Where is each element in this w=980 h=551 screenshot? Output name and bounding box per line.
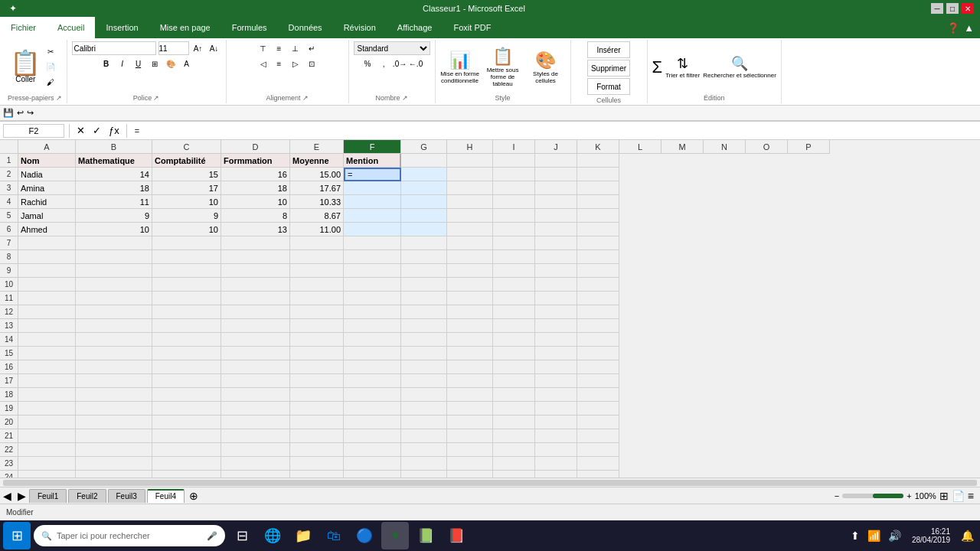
row-num-13[interactable]: 13 — [0, 319, 18, 333]
cell-C18[interactable] — [152, 388, 221, 402]
zoom-slider[interactable] — [842, 494, 903, 498]
cell-I24[interactable] — [493, 471, 535, 478]
cell-A23[interactable] — [18, 457, 76, 471]
cell-I4[interactable] — [493, 195, 535, 209]
cell-B16[interactable] — [76, 360, 152, 374]
cell-K23[interactable] — [577, 457, 619, 471]
cell-G21[interactable] — [401, 429, 447, 443]
cell-K22[interactable] — [577, 443, 619, 457]
cell-J20[interactable] — [535, 416, 577, 429]
cell-K3[interactable] — [577, 181, 619, 195]
cell-J9[interactable] — [535, 264, 577, 278]
cell-F5[interactable] — [344, 209, 401, 223]
cell-F14[interactable] — [344, 333, 401, 347]
cell-E15[interactable] — [290, 347, 344, 360]
view-normal-icon[interactable]: ⊞ — [939, 490, 949, 502]
row-num-14[interactable]: 14 — [0, 333, 18, 347]
alignment-expand-icon[interactable]: ↗ — [302, 94, 309, 102]
cell-E10[interactable] — [290, 278, 344, 292]
cell-I1[interactable] — [493, 154, 535, 168]
cell-F23[interactable] — [344, 457, 401, 471]
notifications-icon[interactable]: 🔔 — [958, 527, 977, 545]
cell-G18[interactable] — [401, 388, 447, 402]
cell-G15[interactable] — [401, 347, 447, 360]
cell-B15[interactable] — [76, 347, 152, 360]
thousands-button[interactable]: , — [377, 57, 390, 70]
percent-button[interactable]: % — [361, 57, 374, 70]
cell-A15[interactable] — [18, 347, 76, 360]
cell-D15[interactable] — [221, 347, 290, 360]
cell-D12[interactable] — [221, 305, 290, 319]
autosum-button[interactable]: Σ — [652, 57, 663, 77]
cell-I5[interactable] — [493, 209, 535, 223]
insert-cells-button[interactable]: Insérer — [587, 41, 630, 58]
cell-A13[interactable] — [18, 319, 76, 333]
cell-F8[interactable] — [344, 250, 401, 264]
cell-B20[interactable] — [76, 416, 152, 429]
cell-D2[interactable]: 16 — [221, 168, 290, 181]
cell-A2[interactable]: Nadia — [18, 168, 76, 181]
col-header-L[interactable]: L — [619, 140, 662, 154]
cell-I19[interactable] — [493, 402, 535, 416]
cell-B10[interactable] — [76, 278, 152, 292]
row-num-18[interactable]: 18 — [0, 388, 18, 402]
cell-E7[interactable] — [290, 236, 344, 250]
cell-E5[interactable]: 8.67 — [290, 209, 344, 223]
cell-K8[interactable] — [577, 250, 619, 264]
cell-H22[interactable] — [447, 443, 493, 457]
cell-H4[interactable] — [447, 195, 493, 209]
cell-C21[interactable] — [152, 429, 221, 443]
cell-E20[interactable] — [290, 416, 344, 429]
clipboard-expand-icon[interactable]: ↗ — [56, 94, 62, 102]
cell-D11[interactable] — [221, 292, 290, 305]
cell-D19[interactable] — [221, 402, 290, 416]
help-icon[interactable]: ❓ — [947, 22, 959, 34]
cell-A9[interactable] — [18, 264, 76, 278]
col-header-I[interactable]: I — [493, 140, 535, 154]
col-header-G[interactable]: G — [401, 140, 447, 154]
cell-D6[interactable]: 13 — [221, 223, 290, 236]
cell-E24[interactable] — [290, 471, 344, 478]
cell-J4[interactable] — [535, 195, 577, 209]
view-layout-icon[interactable]: 📄 — [952, 490, 965, 502]
cell-D23[interactable] — [221, 457, 290, 471]
row-num-15[interactable]: 15 — [0, 347, 18, 360]
cell-I21[interactable] — [493, 429, 535, 443]
cell-F20[interactable] — [344, 416, 401, 429]
row-num-12[interactable]: 12 — [0, 305, 18, 319]
merge-center-button[interactable]: ⊡ — [305, 57, 318, 70]
close-button[interactable]: ✕ — [962, 3, 974, 14]
cell-H21[interactable] — [447, 429, 493, 443]
cell-B2[interactable]: 14 — [76, 168, 152, 181]
green-app-button[interactable]: 📗 — [412, 522, 439, 549]
cell-C19[interactable] — [152, 402, 221, 416]
cell-B6[interactable]: 10 — [76, 223, 152, 236]
cell-B24[interactable] — [76, 471, 152, 478]
cell-D13[interactable] — [221, 319, 290, 333]
row-num-24[interactable]: 24 — [0, 471, 18, 478]
sheet-tab-feuil4[interactable]: Feuil4 — [147, 489, 185, 503]
col-header-D[interactable]: D — [221, 140, 290, 154]
row-num-10[interactable]: 10 — [0, 278, 18, 292]
cell-D4[interactable]: 10 — [221, 195, 290, 209]
cell-I13[interactable] — [493, 319, 535, 333]
cell-E11[interactable] — [290, 292, 344, 305]
cell-E13[interactable] — [290, 319, 344, 333]
name-box[interactable] — [3, 124, 64, 138]
cell-F3[interactable] — [344, 181, 401, 195]
cell-K10[interactable] — [577, 278, 619, 292]
cell-A20[interactable] — [18, 416, 76, 429]
cell-J24[interactable] — [535, 471, 577, 478]
tab-fichier[interactable]: Fichier — [0, 17, 47, 38]
cell-K18[interactable] — [577, 388, 619, 402]
delete-cells-button[interactable]: Supprimer — [587, 60, 630, 77]
cell-K11[interactable] — [577, 292, 619, 305]
cell-B17[interactable] — [76, 374, 152, 388]
cell-I12[interactable] — [493, 305, 535, 319]
cell-H23[interactable] — [447, 457, 493, 471]
cell-A24[interactable] — [18, 471, 76, 478]
align-center-button[interactable]: ≡ — [273, 57, 286, 70]
cell-I11[interactable] — [493, 292, 535, 305]
cell-K24[interactable] — [577, 471, 619, 478]
col-header-F[interactable]: F — [344, 140, 401, 154]
